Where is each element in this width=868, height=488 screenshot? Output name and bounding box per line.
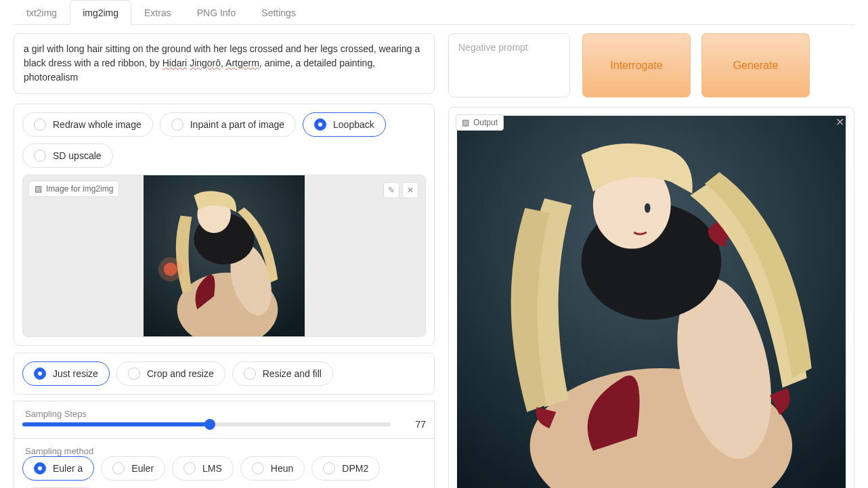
radio-crop-resize[interactable]: Crop and resize (116, 361, 225, 386)
prompt-textarea[interactable]: a girl with long hair sitting on the gro… (14, 33, 435, 94)
sampling-method-field: Sampling method Euler a Euler LMS Heun D… (14, 438, 435, 488)
radio-heun[interactable]: Heun (240, 456, 305, 481)
negative-prompt-textarea[interactable]: Negative prompt (448, 33, 570, 97)
output-panel: ▨Output ✕ (448, 107, 854, 488)
mode-panel: Redraw whole image Inpaint a part of ima… (14, 104, 435, 346)
radio-sd-upscale[interactable]: SD upscale (22, 143, 113, 168)
radio-inpaint[interactable]: Inpaint a part of image (160, 112, 296, 137)
main-tabs: txt2img img2img Extras PNG Info Settings (14, 0, 854, 25)
radio-loopback[interactable]: Loopback (303, 112, 386, 137)
tab-txt2img[interactable]: txt2img (14, 0, 70, 25)
image-icon: ▨ (462, 118, 469, 127)
output-label: ▨Output (456, 114, 504, 131)
generate-button[interactable]: Generate (701, 33, 810, 97)
sampling-steps-value[interactable]: 77 (399, 419, 426, 430)
radio-lms[interactable]: LMS (172, 456, 234, 481)
radio-dpm2[interactable]: DPM2 (311, 456, 380, 481)
interrogate-button[interactable]: Interrogate (582, 33, 691, 97)
output-image[interactable] (457, 116, 846, 488)
tab-extras[interactable]: Extras (131, 0, 184, 25)
tab-pnginfo[interactable]: PNG Info (184, 0, 249, 25)
input-image-drop[interactable]: ▨Image for img2img ✎ ✕ (22, 175, 426, 337)
radio-resize-fill[interactable]: Resize and fill (232, 361, 333, 386)
tab-settings[interactable]: Settings (248, 0, 309, 25)
tab-img2img[interactable]: img2img (70, 0, 131, 25)
radio-euler-a[interactable]: Euler a (22, 456, 94, 481)
radio-just-resize[interactable]: Just resize (22, 361, 110, 386)
sampling-steps-field: Sampling Steps 77 (14, 401, 435, 439)
svg-point-6 (158, 257, 183, 282)
radio-euler[interactable]: Euler (101, 456, 165, 481)
output-close-button[interactable]: ✕ (836, 116, 844, 129)
close-icon: ✕ (836, 116, 844, 128)
input-image-preview (23, 175, 425, 336)
sampling-steps-slider[interactable] (22, 422, 391, 426)
svg-point-12 (645, 203, 651, 213)
resize-panel: Just resize Crop and resize Resize and f… (14, 353, 435, 395)
radio-redraw-whole[interactable]: Redraw whole image (22, 112, 153, 137)
